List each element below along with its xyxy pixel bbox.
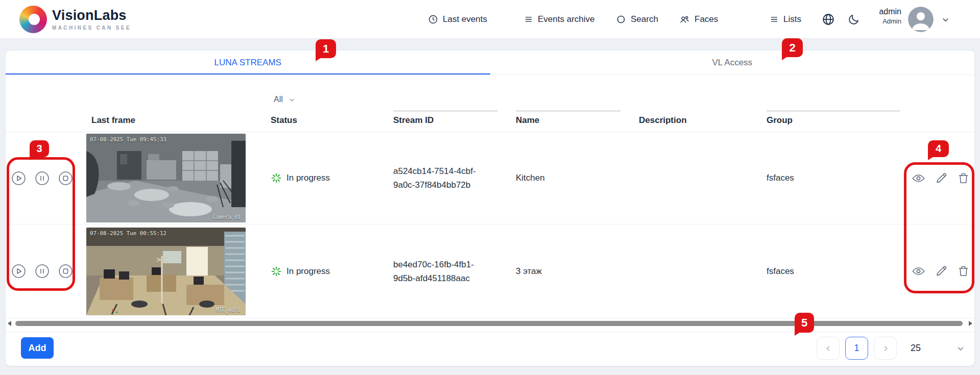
stream-id-cell: a524cb14-7514-4cbf- 9a0c-37f84b4bb72b xyxy=(389,164,512,192)
col-header-last-frame: Last frame xyxy=(82,111,267,132)
stream-id-filter-input[interactable] xyxy=(393,99,498,111)
stop-button[interactable] xyxy=(59,264,73,278)
nav-item-faces[interactable]: Faces xyxy=(679,0,718,39)
list-icon xyxy=(770,15,779,24)
pause-button[interactable] xyxy=(35,171,49,185)
col-header-stream-id: Stream ID xyxy=(389,111,512,132)
pagination-next-button[interactable] xyxy=(874,337,897,360)
stop-button[interactable] xyxy=(59,171,73,185)
nav-item-label: Events archive xyxy=(538,14,595,24)
navbar: VisionLabs MACHINES CAN SEE Last events … xyxy=(0,0,980,39)
table-row: 07-08-2025 Tue 00:55:12 MTC_wifi In prog… xyxy=(6,224,974,318)
edit-pencil-button[interactable] xyxy=(934,264,948,278)
scrollbar-thumb[interactable] xyxy=(15,321,963,326)
avatar[interactable] xyxy=(908,7,934,32)
delete-trash-button[interactable] xyxy=(957,264,970,278)
page-size-select[interactable]: 25 xyxy=(909,337,968,360)
horizontal-scrollbar[interactable] xyxy=(8,319,972,328)
status-filter-value: All xyxy=(274,95,283,104)
annotation-badge-3: 3 xyxy=(30,140,49,157)
name-cell: 3 этаж xyxy=(512,266,635,277)
annotation-badge-2: 2 xyxy=(782,38,803,57)
crosshair-icon xyxy=(616,14,626,24)
page-size-value: 25 xyxy=(911,343,921,354)
add-button[interactable]: Add xyxy=(21,337,54,359)
luna-streams-page: { "brand": { "name": "VisionLabs", "tagl… xyxy=(0,0,980,375)
annotation-badge-5: 5 xyxy=(795,313,814,333)
nav-item-label: Last events xyxy=(443,14,487,24)
streams-card: LUNA STREAMS VL Access All Last frame St… xyxy=(5,50,975,366)
user-name: admin xyxy=(862,7,901,16)
tab-bar: LUNA STREAMS VL Access xyxy=(6,51,974,75)
spinner-icon xyxy=(271,266,282,277)
play-button[interactable] xyxy=(12,171,26,185)
col-header-status: Status xyxy=(267,111,389,132)
row-actions xyxy=(906,171,974,185)
group-filter-input[interactable] xyxy=(767,99,900,111)
globe-icon xyxy=(822,13,835,26)
language-globe-button[interactable] xyxy=(821,12,835,27)
status-text: In progress xyxy=(286,266,330,277)
scroll-left-arrow-icon[interactable] xyxy=(8,321,11,326)
camera-label: Camera 01 xyxy=(213,214,241,220)
brand: VisionLabs MACHINES CAN SEE xyxy=(52,8,131,31)
view-eye-button[interactable] xyxy=(912,171,925,185)
user-role: Admin xyxy=(862,17,901,25)
scrollbar-track[interactable] xyxy=(13,320,967,327)
tab-vl-access[interactable]: VL Access xyxy=(490,51,975,74)
status-filter-select[interactable]: All xyxy=(274,95,389,104)
brand-name: VisionLabs xyxy=(52,8,131,23)
nav-item-label: Lists xyxy=(783,14,801,24)
name-filter-input[interactable] xyxy=(516,99,620,111)
pagination-prev-button[interactable] xyxy=(817,337,840,360)
chevron-down-icon xyxy=(955,343,966,354)
status-cell: In progress xyxy=(267,172,389,184)
table-row: 07-08-2025 Tue 09:45:33 Camera 01 In pro… xyxy=(6,132,974,224)
stream-preview[interactable]: 07-08-2025 Tue 00:55:12 MTC_wifi xyxy=(86,228,246,315)
user-info: admin Admin xyxy=(862,7,901,25)
row-actions xyxy=(906,264,974,278)
annotation-badge-1: 1 xyxy=(316,39,336,58)
table-header: All Last frame Status Stream ID Name Des… xyxy=(6,75,974,132)
nav-item-events-archive[interactable]: Events archive xyxy=(524,0,595,39)
delete-trash-button[interactable] xyxy=(957,171,970,185)
pagination-current-page[interactable]: 1 xyxy=(845,337,868,360)
camera-timestamp: 07-08-2025 Tue 00:55:12 xyxy=(90,230,166,236)
col-header-name: Name xyxy=(512,111,635,132)
stream-id-cell: be4ed70c-16fb-4fb1- 9d5b-afd451188aac xyxy=(389,258,512,285)
view-eye-button[interactable] xyxy=(912,264,925,278)
stream-controls xyxy=(6,171,82,185)
camera-timestamp: 07-08-2025 Tue 09:45:33 xyxy=(90,136,166,142)
group-cell: fsfaces xyxy=(758,266,906,277)
nav-item-search[interactable]: Search xyxy=(616,0,658,39)
scroll-right-arrow-icon[interactable] xyxy=(969,321,972,326)
edit-pencil-button[interactable] xyxy=(934,171,948,185)
faces-icon xyxy=(679,14,690,25)
nav-item-last-events[interactable]: Last events xyxy=(428,0,487,39)
spinner-icon xyxy=(271,172,282,184)
visionlabs-logo-icon xyxy=(19,6,47,33)
nav-item-label: Faces xyxy=(695,14,718,24)
list-icon xyxy=(524,15,533,24)
tab-luna-streams[interactable]: LUNA STREAMS xyxy=(6,51,490,74)
status-text: In progress xyxy=(286,173,330,183)
col-header-group: Group xyxy=(758,111,906,132)
user-menu-chevron-down-icon[interactable] xyxy=(941,15,950,24)
play-button[interactable] xyxy=(12,264,26,278)
name-cell: Kitchen xyxy=(512,173,635,183)
card-footer: Add 1 25 xyxy=(6,332,974,366)
chevron-down-icon xyxy=(288,96,296,104)
status-cell: In progress xyxy=(267,266,389,277)
nav-item-label: Search xyxy=(631,14,658,24)
camera-label: MTC_wifi xyxy=(216,307,241,313)
nav-item-lists[interactable]: Lists xyxy=(770,0,801,39)
annotation-badge-4: 4 xyxy=(928,140,949,157)
moon-icon xyxy=(848,13,860,26)
stream-controls xyxy=(6,264,82,278)
dark-mode-button[interactable] xyxy=(847,12,861,27)
group-cell: fsfaces xyxy=(758,173,906,183)
stream-preview[interactable]: 07-08-2025 Tue 09:45:33 Camera 01 xyxy=(86,134,246,222)
pause-button[interactable] xyxy=(35,264,49,278)
brand-tagline: MACHINES CAN SEE xyxy=(52,25,131,31)
col-header-description: Description xyxy=(635,111,758,132)
